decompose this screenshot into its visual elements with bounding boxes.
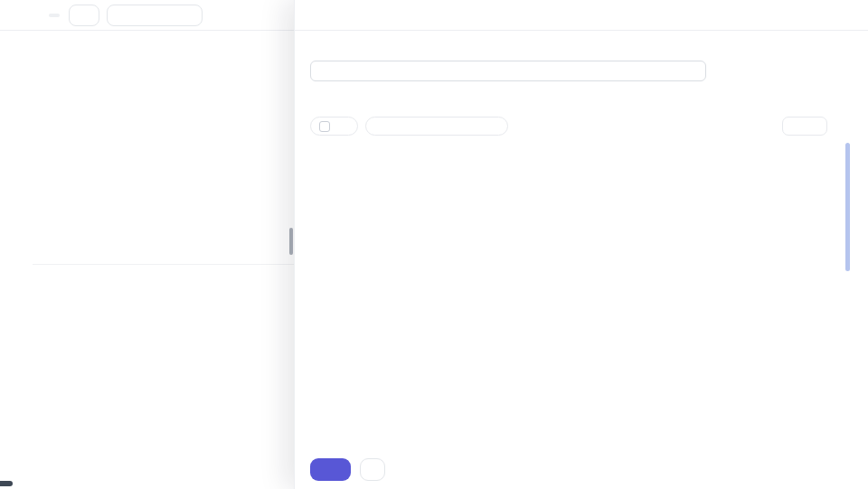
modal-footer bbox=[310, 458, 385, 481]
relaunch-button[interactable] bbox=[310, 458, 351, 481]
runs-content bbox=[33, 31, 294, 489]
section-divider bbox=[33, 264, 294, 265]
search-icon bbox=[373, 121, 383, 131]
runs-page-panel bbox=[0, 0, 294, 489]
runs-trend-chart bbox=[52, 78, 324, 259]
close-icon[interactable] bbox=[839, 8, 854, 23]
chevron-down-icon bbox=[341, 122, 349, 130]
modal-header bbox=[295, 0, 868, 31]
filter-button[interactable] bbox=[69, 5, 99, 26]
chevron-down-icon bbox=[810, 122, 818, 130]
app-screen bbox=[0, 0, 868, 489]
list-toolbar bbox=[310, 117, 850, 136]
funnel-icon bbox=[79, 10, 90, 21]
top-bar bbox=[0, 0, 294, 31]
runs-tabs bbox=[42, 38, 53, 50]
arrow-down-icon[interactable] bbox=[838, 120, 850, 132]
sort-dropdown[interactable] bbox=[782, 117, 827, 136]
runs-count-badge bbox=[49, 14, 60, 17]
left-scrollbar-thumb[interactable] bbox=[289, 228, 293, 255]
sort-arrows-icon bbox=[791, 121, 801, 131]
select-all-icon[interactable] bbox=[42, 38, 53, 50]
advanced-relaunch-modal bbox=[294, 0, 868, 489]
breadcrumb bbox=[33, 14, 60, 17]
select-all-checkbox[interactable] bbox=[319, 121, 330, 132]
play-circle-icon bbox=[322, 464, 334, 475]
search-icon bbox=[113, 10, 123, 20]
sidebar-rail bbox=[0, 31, 33, 489]
top-search-input[interactable] bbox=[107, 5, 203, 26]
status-url-bar bbox=[0, 481, 13, 486]
clear-search-icon[interactable] bbox=[130, 11, 139, 20]
tests-search-input[interactable] bbox=[365, 117, 508, 136]
mouse-cursor bbox=[519, 108, 530, 120]
run-title-input[interactable] bbox=[310, 61, 706, 81]
select-dropdown[interactable] bbox=[310, 117, 358, 136]
cancel-button[interactable] bbox=[360, 458, 385, 481]
tests-scrollbar-thumb[interactable] bbox=[845, 143, 850, 271]
